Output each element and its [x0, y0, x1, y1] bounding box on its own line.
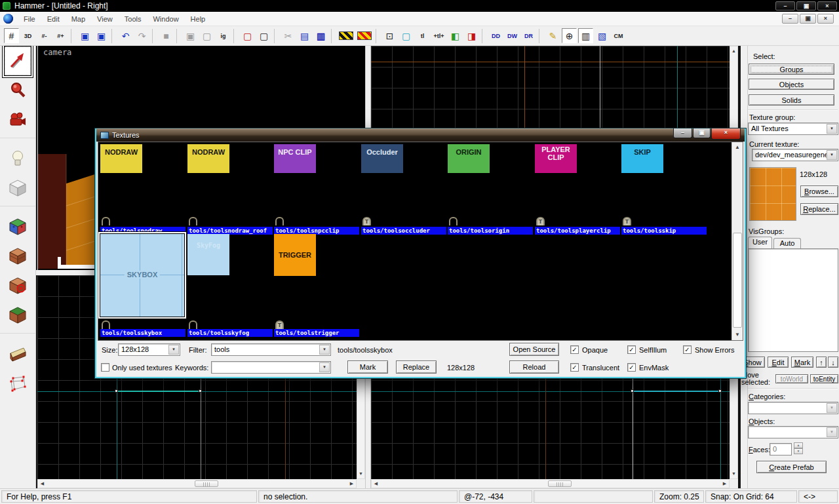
vertex-handle[interactable] [115, 389, 118, 393]
move-up-button[interactable]: ↑ [816, 357, 827, 368]
vertex-handle[interactable] [199, 389, 202, 393]
browse-button[interactable]: Browse... [800, 185, 838, 197]
dropdown-icon[interactable]: ▼ [827, 150, 837, 160]
scroll-down-icon[interactable]: ▼ [357, 470, 364, 478]
tab-user[interactable]: User [748, 237, 772, 248]
to-world-button[interactable]: toWorld [775, 374, 808, 383]
load-window-state-icon[interactable]: ▣ [77, 28, 92, 43]
entity-tool-button[interactable] [5, 144, 31, 173]
scrollbar-thumb[interactable] [195, 480, 218, 487]
mark-button[interactable]: Mark [347, 360, 388, 374]
clipping-tool-button[interactable] [5, 301, 31, 330]
replace-button[interactable]: Replace... [800, 203, 838, 215]
run-map-icon[interactable]: ✎ [545, 28, 560, 43]
magnify-box-icon[interactable]: ▢ [399, 28, 414, 43]
texture-tile-selected[interactable]: SKYBOX tools/toolsskybox [100, 234, 185, 338]
cut-icon[interactable]: ✂ [281, 28, 296, 43]
opaque-checkbox[interactable]: ✓ [570, 345, 579, 354]
size-select[interactable]: 128x128▼ [118, 343, 180, 356]
vertex-tool-button[interactable] [5, 339, 31, 368]
scrollbar-thumb[interactable] [733, 233, 742, 328]
texture-tile[interactable]: SkyFog tools/toolsskyfog [187, 234, 273, 338]
scroll-left-icon[interactable]: ◀ [372, 480, 380, 488]
move-down-button[interactable]: ↓ [828, 357, 838, 368]
texture-tile[interactable]: PLAYER CLIP T tools/toolsplayerclip [535, 144, 620, 235]
redo-icon[interactable]: ↷ [134, 28, 149, 43]
select-solids-button[interactable]: Solids [749, 94, 834, 106]
selected-edge[interactable] [633, 391, 720, 392]
objects-select[interactable]: ▼ [748, 426, 838, 438]
smaller-grid-icon[interactable]: #- [37, 28, 52, 43]
menu-help[interactable]: Help [185, 13, 212, 25]
envmask-checkbox[interactable]: ✓ [627, 363, 636, 372]
restore-button[interactable]: ▣ [796, 1, 816, 10]
menu-tools[interactable]: Tools [119, 13, 147, 25]
selection-tool-button[interactable] [5, 47, 31, 75]
replace-button[interactable]: Replace [396, 360, 437, 374]
texture-tile[interactable]: TRIGGER T tools/toolstrigger [274, 234, 359, 338]
filter-input[interactable]: tools▼ [211, 343, 331, 356]
camera-tool-button[interactable] [5, 106, 31, 134]
mdi-minimize-button[interactable]: – [782, 14, 798, 24]
ignore-groups-icon[interactable]: ig [216, 28, 231, 43]
scroll-up-icon[interactable]: ▲ [732, 144, 743, 151]
select-objects-button[interactable]: Objects [749, 79, 834, 90]
texture-tile[interactable]: NODRAW tools/toolsnodraw_roof [187, 144, 273, 235]
dialog-minimize-button[interactable]: – [673, 128, 692, 138]
selected-edge[interactable] [117, 391, 201, 392]
show-errors-checkbox[interactable]: ✓ [683, 345, 692, 354]
current-texture-select[interactable]: dev/dev_measuregene▼ [752, 149, 838, 161]
texture-tile[interactable]: NPC CLIP tools/toolsnpcclip [274, 144, 359, 235]
globe-icon[interactable]: ⊕ [562, 28, 577, 43]
menu-file[interactable]: File [18, 13, 41, 25]
larger-grid-icon[interactable]: #+ [53, 28, 68, 43]
texture-scale-tl-icon[interactable]: +tl+ [431, 28, 446, 43]
texture-tile[interactable]: SKIP T tools/toolsskip [621, 144, 707, 235]
faces-stepper[interactable]: ▲ ▼ [794, 442, 803, 454]
dialog-close-button[interactable]: × [711, 128, 741, 140]
fade-preview-icon[interactable]: ▧ [595, 28, 610, 43]
copy-icon[interactable]: ▤ [297, 28, 312, 43]
menu-view[interactable]: View [91, 13, 119, 25]
texture-lock-icon[interactable] [339, 31, 353, 40]
paste-icon[interactable]: ▥ [313, 28, 328, 43]
texture-tile[interactable]: ORIGIN tools/toolsorigin [448, 144, 533, 235]
select-groups-button[interactable]: Groups [749, 64, 834, 75]
select-handles-icon[interactable]: ⊡ [382, 28, 397, 43]
dropdown-icon[interactable]: ▼ [319, 362, 330, 372]
block-tool-button[interactable] [5, 174, 31, 203]
texture-lock-tl-icon[interactable]: tl [415, 28, 430, 43]
save-window-state-icon[interactable]: ▣ [94, 28, 109, 43]
edit-button[interactable]: Edit [768, 357, 789, 368]
hide-selected-icon[interactable]: ▢ [240, 28, 255, 43]
dialog-restore-button[interactable]: ▣ [693, 128, 711, 138]
tab-auto[interactable]: Auto [773, 238, 801, 248]
flip-vertical-icon[interactable]: ◨ [464, 28, 479, 43]
grid-3d-icon[interactable]: 3D [20, 28, 35, 43]
spin-down-icon[interactable]: ▼ [794, 448, 803, 454]
minimize-button[interactable]: – [775, 1, 795, 10]
scroll-left-icon[interactable]: ◀ [38, 480, 47, 488]
vertex-handle[interactable] [631, 389, 634, 393]
texture-tile[interactable]: Occluder T tools/toolsoccluder [361, 144, 446, 235]
horizontal-scrollbar[interactable]: ◀ ▶ [37, 479, 357, 488]
open-source-button[interactable]: Open Source [509, 343, 559, 356]
close-button[interactable]: × [817, 1, 837, 10]
vertex-handle[interactable] [718, 389, 722, 393]
undo-icon[interactable]: ↶ [118, 28, 133, 43]
mdi-close-button[interactable]: × [817, 14, 834, 24]
create-prefab-button[interactable]: Create Prefab [756, 461, 827, 473]
scroll-down-icon[interactable]: ▼ [730, 470, 737, 478]
menu-map[interactable]: Map [66, 13, 91, 25]
dialog-titlebar[interactable]: Textures – ▣ × [96, 128, 745, 142]
mark-button[interactable]: Mark [791, 357, 813, 368]
scrollbar-thumb[interactable] [548, 480, 572, 487]
cm-icon[interactable]: CM [611, 28, 626, 43]
display-detail-icon[interactable]: DD [488, 28, 503, 43]
scroll-right-icon[interactable]: ▶ [347, 480, 356, 488]
translucent-checkbox[interactable]: ✓ [570, 363, 579, 372]
dropdown-icon[interactable]: ▼ [168, 345, 179, 355]
group-icon[interactable]: ▣ [183, 28, 198, 43]
texture-scale-lock-icon[interactable] [357, 31, 372, 40]
snap-grid-icon[interactable]: # [4, 28, 19, 43]
